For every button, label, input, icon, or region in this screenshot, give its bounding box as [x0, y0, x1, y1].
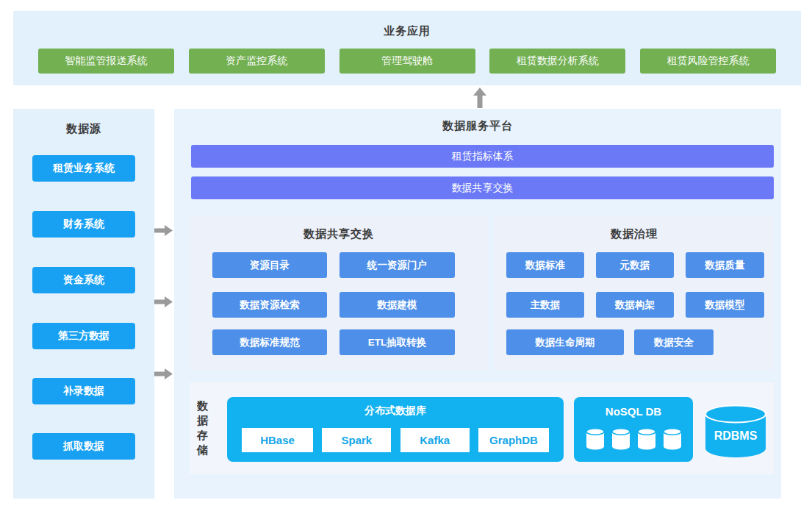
source-third-party-data: 第三方数据 [32, 323, 135, 349]
data-sharing-panel: 数据共享交换 资源目录 统一资源门户 数据资源检索 数据建模 数据标准规范 ET… [190, 215, 488, 370]
distributed-database-title: 分布式数据库 [227, 404, 564, 418]
app-management-cockpit: 管理驾驶舱 [339, 49, 475, 74]
right-arrow-icon [154, 225, 173, 236]
app-leasing-risk-control: 租赁风险管控系统 [640, 49, 776, 74]
data-sources-title: 数据源 [13, 122, 154, 136]
app-asset-monitoring: 资产监控系统 [189, 49, 325, 74]
business-apps-title: 业务应用 [13, 24, 801, 38]
sharing-unified-resource-portal: 统一资源门户 [339, 252, 455, 278]
platform-title: 数据服务平台 [174, 119, 781, 133]
distributed-database-chips: HBase Spark Kafka GraphDB [227, 428, 564, 452]
sharing-resource-catalog: 资源目录 [212, 252, 327, 278]
sharing-etl-extract-transform: ETL抽取转换 [339, 329, 455, 355]
gov-metadata: 元数据 [596, 252, 674, 278]
chip-hbase: HBase [242, 428, 313, 452]
business-apps-section: 业务应用 智能监管报送系统 资产监控系统 管理驾驶舱 租赁数据分析系统 租赁风险… [13, 11, 801, 85]
data-sharing-title: 数据共享交换 [190, 227, 488, 241]
nosql-db-box: NoSQL DB [574, 397, 693, 462]
database-cylinder-icon [611, 428, 631, 451]
chip-spark: Spark [322, 428, 391, 452]
gov-data-model: 数据模型 [686, 292, 764, 318]
business-apps-row: 智能监管报送系统 资产监控系统 管理驾驶舱 租赁数据分析系统 租赁风险管控系统 [13, 49, 801, 74]
rdbms-cylinder: RDBMS [703, 404, 768, 459]
right-arrow-icon [154, 368, 173, 379]
chip-graphdb: GraphDB [478, 428, 549, 452]
right-arrow-icon [154, 296, 173, 307]
source-treasury-system: 资金系统 [32, 267, 135, 293]
data-sources-panel: 数据源 租赁业务系统 财务系统 资金系统 第三方数据 补录数据 抓取数据 [13, 109, 154, 499]
source-finance-system: 财务系统 [32, 211, 135, 238]
app-leasing-data-analysis: 租赁数据分析系统 [489, 49, 625, 74]
up-arrow-icon [473, 88, 486, 108]
sharing-data-standard-spec: 数据标准规范 [212, 329, 327, 355]
gov-data-standard: 数据标准 [506, 252, 584, 278]
data-governance-title: 数据治理 [495, 227, 774, 241]
app-smart-regulatory-reporting: 智能监管报送系统 [38, 49, 174, 74]
distributed-database-box: 分布式数据库 HBase Spark Kafka GraphDB [227, 397, 564, 462]
gov-master-data: 主数据 [506, 292, 584, 318]
gov-data-quality: 数据质量 [686, 252, 764, 278]
data-governance-panel: 数据治理 数据标准 元数据 数据质量 主数据 数据构架 数据模型 数据生命周期 … [495, 215, 774, 370]
source-crawled-data: 抓取数据 [32, 433, 135, 460]
source-leasing-business-system: 租赁业务系统 [32, 155, 135, 182]
database-cylinder-icon [662, 428, 683, 451]
source-supplementary-data: 补录数据 [32, 378, 135, 404]
gov-data-architecture: 数据构架 [596, 292, 674, 318]
bar-data-sharing-exchange: 数据共享交换 [191, 176, 774, 199]
data-service-platform-panel: 数据服务平台 租赁指标体系 数据共享交换 数据共享交换 资源目录 统一资源门户 … [174, 109, 781, 499]
data-storage-label: 数据存储 [196, 399, 209, 457]
sharing-data-modeling: 数据建模 [339, 292, 455, 318]
bar-leasing-indicator-system: 租赁指标体系 [191, 145, 774, 168]
data-storage-panel: 数据存储 分布式数据库 HBase Spark Kafka GraphDB No… [190, 382, 774, 474]
gov-data-security: 数据安全 [634, 329, 714, 355]
sharing-data-resource-search: 数据资源检索 [212, 292, 327, 318]
rdbms-label: RDBMS [703, 429, 768, 443]
gov-data-lifecycle: 数据生命周期 [506, 329, 624, 355]
nosql-db-title: NoSQL DB [574, 405, 693, 418]
database-cylinder-icon [636, 428, 657, 451]
database-cylinder-icon [585, 428, 606, 451]
chip-kafka: Kafka [400, 428, 470, 452]
nosql-cylinders-row [574, 428, 693, 451]
